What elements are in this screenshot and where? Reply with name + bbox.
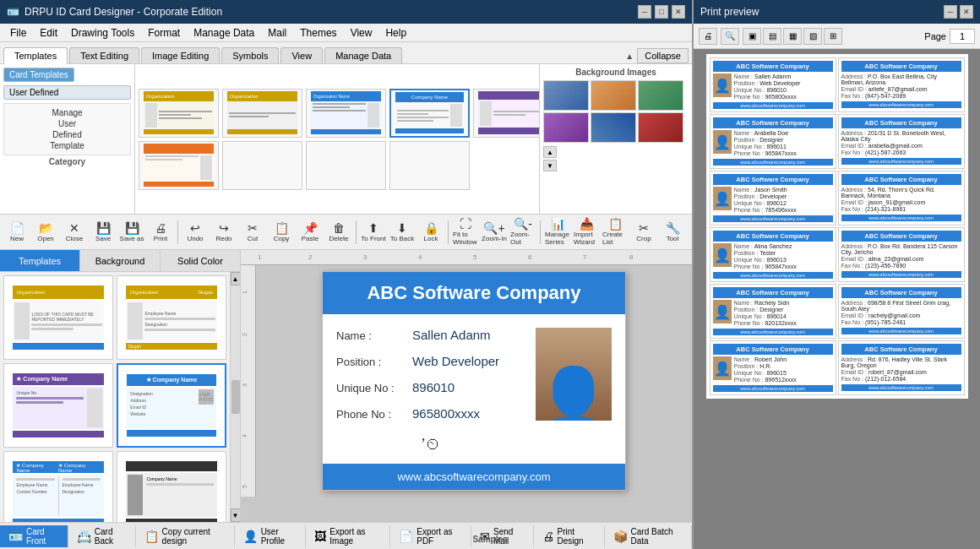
- bg-image-3[interactable]: [638, 80, 683, 111]
- footer-card-batch[interactable]: 📦 Card Batch Data: [605, 525, 693, 547]
- footer-user-profile[interactable]: 👤 User Profile: [235, 525, 307, 547]
- copy-design-icon: 📋: [144, 530, 159, 543]
- print-button[interactable]: 🖨Print: [147, 219, 174, 246]
- sample-4[interactable]: Company Name: [389, 89, 470, 138]
- pp-view-5[interactable]: ⊞: [824, 28, 842, 45]
- footer-card-back[interactable]: 📇 Card Back: [68, 525, 136, 547]
- to-back-button[interactable]: ⬇To Back: [389, 219, 416, 246]
- lp-scroll-thumb[interactable]: [231, 380, 240, 414]
- tab-templates[interactable]: Templates: [3, 47, 68, 64]
- bg-scroll-up[interactable]: ▲: [543, 146, 557, 158]
- template-card-1[interactable]: Organization LOSS OF THIS CARD MUST BE R…: [3, 275, 113, 360]
- sample-8[interactable]: [306, 141, 386, 190]
- lp-tab-background[interactable]: Background: [80, 250, 161, 271]
- footer-copy-design[interactable]: 📋 Copy current design: [136, 525, 235, 547]
- canvas-area: 1 2 3 4 5 6 7 8 1 2 3 4 5 ABC: [241, 250, 692, 522]
- delete-button[interactable]: 🗑Delete: [325, 219, 352, 246]
- bg-image-4[interactable]: [543, 112, 589, 143]
- template-card-6[interactable]: Company Name: [117, 451, 226, 522]
- template-card-2[interactable]: OrganizationSlogan Employee Name Designa…: [117, 275, 226, 360]
- menu-view[interactable]: View: [344, 25, 379, 41]
- pp-view-4[interactable]: ▧: [803, 28, 822, 45]
- menu-themes[interactable]: Themes: [293, 25, 343, 41]
- user-defined-btn[interactable]: User Defined: [3, 85, 131, 100]
- pp-page-input[interactable]: [950, 29, 975, 44]
- close-button[interactable]: ✕: [672, 5, 685, 19]
- save-as-button[interactable]: 💾Save as: [118, 219, 145, 246]
- paste-button[interactable]: 📌Paste: [297, 219, 324, 246]
- lp-tab-solid-color[interactable]: Solid Color: [161, 250, 240, 271]
- menu-edit[interactable]: Edit: [33, 25, 64, 41]
- zoom-in-button[interactable]: 🔍+Zoom-In: [481, 219, 508, 246]
- bg-scroll-down[interactable]: ▼: [543, 160, 557, 171]
- to-front-button[interactable]: ⬆To Front: [360, 219, 387, 246]
- menu-format[interactable]: Format: [141, 25, 187, 41]
- tab-view[interactable]: View: [280, 47, 323, 63]
- collapse-button[interactable]: Collapse: [637, 48, 689, 63]
- pp-print-btn[interactable]: 🖨: [699, 28, 717, 45]
- footer-bar: 🪪 Card Front 📇 Card Back 📋 Copy current …: [0, 522, 692, 549]
- sample-6[interactable]: [139, 141, 219, 190]
- footer-card-front[interactable]: 🪪 Card Front: [0, 525, 68, 547]
- sample-9[interactable]: [389, 141, 470, 190]
- template-card-5[interactable]: ★ Company Name ★ Company Name Employee N…: [3, 451, 113, 522]
- sample-1[interactable]: Organization: [139, 89, 219, 138]
- footer-export-pdf[interactable]: 📄 Export as PDF: [390, 525, 471, 547]
- lock-button[interactable]: 🔒Lock: [417, 219, 444, 246]
- lp-tab-templates[interactable]: Templates: [0, 250, 80, 271]
- pp-view-2[interactable]: ▤: [763, 28, 781, 45]
- template-card-4[interactable]: ★ Company Name Designation Address Email…: [117, 363, 226, 448]
- tool-button[interactable]: 🔧Tool: [659, 219, 686, 246]
- template-card-3[interactable]: ★ Company Name Unique No.: [3, 363, 113, 448]
- pp-card-4b-info: Address : P.O. Box Rd. Bandera 115 Carso…: [841, 243, 961, 269]
- open-button[interactable]: 📂Open: [32, 219, 59, 246]
- lp-scroll-down[interactable]: ▼: [231, 508, 241, 522]
- close-button-toolbar[interactable]: ✕Close: [61, 219, 88, 246]
- new-button[interactable]: 📄New: [3, 219, 30, 246]
- tab-manage-data[interactable]: Manage Data: [324, 47, 402, 63]
- menu-help[interactable]: Help: [378, 25, 413, 41]
- zoom-out-button[interactable]: 🔍-Zoom-Out: [509, 219, 536, 246]
- save-button[interactable]: 💾Save: [90, 219, 117, 246]
- footer-print-design[interactable]: 🖨 Print Design: [534, 525, 605, 547]
- create-list-button[interactable]: 📋Create List: [602, 219, 629, 246]
- import-wizard-button[interactable]: 📥Import Wizard: [573, 219, 600, 246]
- maximize-button[interactable]: □: [655, 5, 668, 19]
- sample-5[interactable]: [473, 89, 540, 138]
- sample-2[interactable]: Organization: [222, 89, 302, 138]
- pp-zoom-btn[interactable]: 🔍: [721, 28, 739, 45]
- sample-3[interactable]: Organization Name: [306, 89, 386, 138]
- tab-text-editing[interactable]: Text Editing: [69, 47, 139, 63]
- sample-7[interactable]: [222, 141, 302, 190]
- manage-user-defined-text: ManageUserDefinedTemplate: [3, 103, 131, 155]
- fit-window-button[interactable]: ⛶Fit to Window: [452, 219, 479, 246]
- menu-mail[interactable]: Mail: [261, 25, 293, 41]
- tab-symbols[interactable]: Symbols: [221, 47, 279, 63]
- copy-button[interactable]: 📋Copy: [268, 219, 295, 246]
- menu-file[interactable]: File: [3, 25, 33, 41]
- lp-scroll-up[interactable]: ▲: [231, 272, 241, 285]
- footer-export-image[interactable]: 🖼 Export as Image: [306, 525, 390, 547]
- undo-button[interactable]: ↩Undo: [182, 219, 209, 246]
- pp-close-button[interactable]: ✕: [960, 5, 973, 19]
- footer-export-pdf-label: Export as PDF: [416, 527, 462, 546]
- bg-image-6[interactable]: [638, 112, 683, 143]
- menu-drawing-tools[interactable]: Drawing Tools: [64, 25, 141, 41]
- pp-card-1-body: 👤 Name : Sallen Adanm Position : Web Dev…: [713, 73, 833, 101]
- bg-image-2[interactable]: [591, 80, 636, 111]
- menu-manage-data[interactable]: Manage Data: [187, 25, 261, 41]
- redo-button[interactable]: ↪Redo: [210, 219, 237, 246]
- manage-series-button[interactable]: 📊Manage Series: [544, 219, 571, 246]
- pp-view-1[interactable]: ▣: [743, 28, 761, 45]
- footer-export-image-label: Export as Image: [329, 527, 381, 546]
- pp-view-3[interactable]: ▦: [783, 28, 802, 45]
- minimize-button[interactable]: ─: [638, 5, 651, 19]
- bg-image-5[interactable]: [591, 112, 636, 143]
- pp-card-6: ABC Software Company 👤 Name : Robert Joh…: [710, 340, 836, 395]
- tab-image-editing[interactable]: Image Editing: [141, 47, 220, 63]
- crop-button[interactable]: ✂Crop: [630, 219, 657, 246]
- cut-button[interactable]: ✂Cut: [239, 219, 266, 246]
- pp-minimize-button[interactable]: ─: [944, 5, 957, 19]
- card-templates-btn[interactable]: Card Templates: [3, 68, 74, 82]
- bg-image-1[interactable]: [543, 80, 589, 111]
